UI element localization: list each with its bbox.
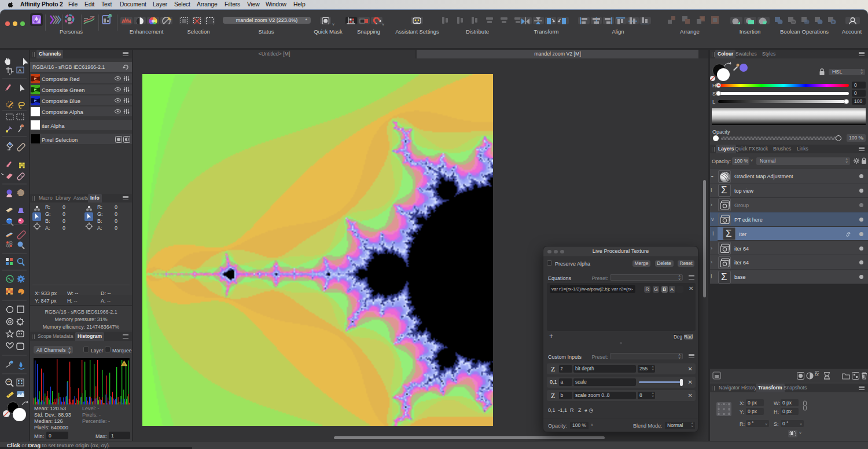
svg-text:!: ! xyxy=(123,362,124,367)
svg-text:A: A xyxy=(19,68,22,73)
